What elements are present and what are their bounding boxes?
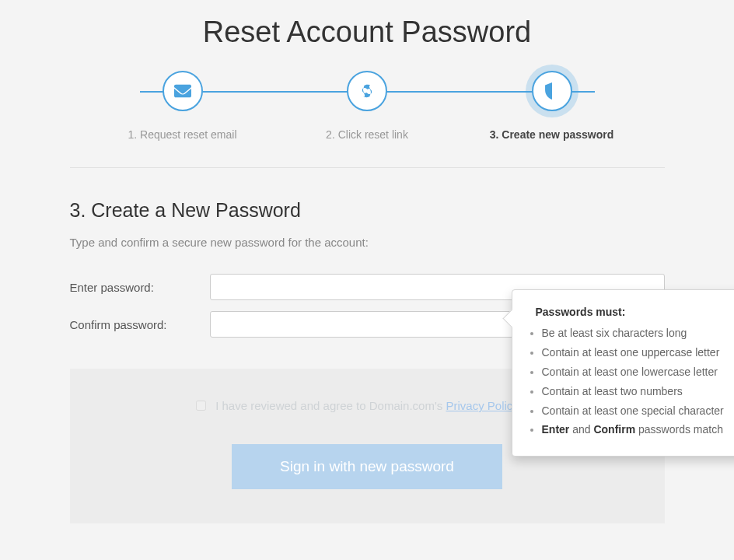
tooltip-rule: Contain at least one uppercase letter xyxy=(542,345,730,360)
tooltip-rule-match: Enter and Confirm passwords match xyxy=(542,422,730,437)
tooltip-rule: Contain at least two numbers xyxy=(542,384,730,399)
agreement-text-before: I have reviewed and agree to Domain.com'… xyxy=(215,399,446,412)
divider xyxy=(70,167,665,168)
agreement-checkbox[interactable] xyxy=(196,401,206,411)
link-icon xyxy=(347,71,387,111)
tooltip-title: Passwords must: xyxy=(536,306,730,318)
password-rules-tooltip: Passwords must: Be at least six characte… xyxy=(512,289,735,457)
tooltip-rules-list: Be at least six characters long Contain … xyxy=(519,326,730,437)
step-label: 3. Create new password xyxy=(482,128,622,141)
tooltip-rule: Be at least six characters long xyxy=(542,326,730,341)
enter-password-label: Enter password: xyxy=(70,281,210,294)
privacy-policy-link[interactable]: Privacy Policy xyxy=(446,399,518,412)
confirm-password-label: Confirm password: xyxy=(70,318,210,331)
sign-in-button[interactable]: Sign in with new password xyxy=(232,444,502,489)
step-request-email: 1. Request reset email xyxy=(113,71,253,141)
section-heading: 3. Create a New Password xyxy=(70,199,665,222)
shield-icon xyxy=(532,71,572,111)
step-label: 1. Request reset email xyxy=(113,128,253,141)
section-instruction: Type and confirm a secure new password f… xyxy=(70,236,665,249)
tooltip-rule: Contain at least one lowercase letter xyxy=(542,365,730,380)
tooltip-rule: Contain at least one special character xyxy=(542,404,730,418)
step-label: 2. Click reset link xyxy=(297,128,437,141)
stepper: 1. Request reset email 2. Click reset li… xyxy=(70,71,665,141)
page-title: Reset Account Password xyxy=(70,16,665,49)
step-click-link: 2. Click reset link xyxy=(297,71,437,141)
envelope-icon xyxy=(163,71,203,111)
step-create-password: 3. Create new password xyxy=(482,71,622,141)
